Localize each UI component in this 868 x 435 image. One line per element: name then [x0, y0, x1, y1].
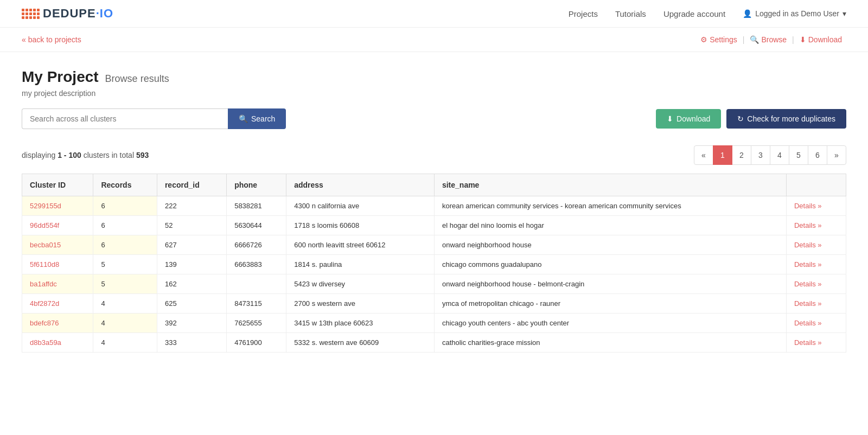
cluster-id-link[interactable]: 5299155d	[30, 202, 61, 210]
td-phone: 6666726	[227, 235, 286, 255]
td-record-id: 627	[157, 235, 226, 255]
search-input[interactable]	[22, 108, 228, 129]
table-header: Cluster ID Records record_id phone addre…	[22, 174, 846, 196]
td-site-name: chicago youth centers - abc youth center	[434, 314, 786, 333]
table-row: ba1affdc 5 162 5423 w diversey onward ne…	[22, 274, 846, 294]
pagination-page-3[interactable]: 3	[751, 145, 770, 165]
td-records: 5	[93, 255, 157, 274]
sub-nav-actions: ⚙ Settings | 🔍 Browse | ⬇ Download	[696, 35, 846, 44]
td-address: 1814 s. paulina	[286, 255, 435, 274]
project-description: my project description	[22, 89, 846, 98]
td-cluster-id: d8b3a59a	[22, 333, 93, 353]
details-link[interactable]: Details »	[794, 202, 822, 210]
pagination-page-4[interactable]: 4	[770, 145, 789, 165]
pagination-page-6[interactable]: 6	[808, 145, 827, 165]
td-cluster-id: bdefc876	[22, 314, 93, 333]
td-phone: 4761900	[227, 333, 286, 353]
th-address: address	[286, 174, 435, 196]
browse-link[interactable]: 🔍 Browse	[745, 35, 791, 44]
page-subtitle: Browse results	[105, 73, 169, 85]
table-row: 5299155d 6 222 5838281 4300 n california…	[22, 196, 846, 216]
nav-tutorials[interactable]: Tutorials	[615, 9, 646, 18]
details-link[interactable]: Details »	[794, 241, 822, 249]
td-details: Details »	[786, 274, 846, 294]
th-record-id: record_id	[157, 174, 226, 196]
table-row: 5f6110d8 5 139 6663883 1814 s. paulina c…	[22, 255, 846, 274]
cluster-id-link[interactable]: ba1affdc	[30, 280, 57, 288]
cluster-id-link[interactable]: becba015	[30, 241, 61, 249]
sep-2: |	[791, 35, 795, 44]
td-site-name: catholic charities-grace mission	[434, 333, 786, 353]
table-body: 5299155d 6 222 5838281 4300 n california…	[22, 196, 846, 353]
cluster-id-link[interactable]: bdefc876	[30, 319, 59, 327]
details-link[interactable]: Details »	[794, 299, 822, 308]
nav-user[interactable]: 👤 Logged in as Demo User ▾	[743, 9, 846, 18]
logo-icon	[22, 9, 40, 19]
td-address: 5423 w diversey	[286, 274, 435, 294]
user-icon: 👤	[743, 9, 752, 18]
td-record-id: 392	[157, 314, 226, 333]
td-records: 6	[93, 216, 157, 235]
page-title-row: My Project Browse results	[22, 68, 846, 86]
nav-projects[interactable]: Projects	[569, 9, 598, 18]
action-buttons: ⬇ Download ↻ Check for more duplicates	[656, 109, 846, 129]
td-site-name: onward neighborhood house - belmont-crag…	[434, 274, 786, 294]
table-row: becba015 6 627 6666726 600 north leavitt…	[22, 235, 846, 255]
settings-link[interactable]: ⚙ Settings	[696, 35, 742, 44]
td-records: 4	[93, 294, 157, 314]
pagination-page-5[interactable]: 5	[789, 145, 808, 165]
td-details: Details »	[786, 216, 846, 235]
td-cluster-id: 5299155d	[22, 196, 93, 216]
td-details: Details »	[786, 333, 846, 353]
details-link[interactable]: Details »	[794, 280, 822, 288]
download-button[interactable]: ⬇ Download	[656, 109, 721, 129]
download-link[interactable]: ⬇ Download	[795, 35, 846, 44]
td-records: 6	[93, 235, 157, 255]
user-caret: ▾	[843, 9, 846, 18]
td-address: 3415 w 13th place 60623	[286, 314, 435, 333]
td-records: 5	[93, 274, 157, 294]
nav-upgrade[interactable]: Upgrade account	[663, 9, 725, 18]
td-details: Details »	[786, 235, 846, 255]
display-row: displaying 1 - 100 clusters in total 593…	[22, 145, 846, 165]
page-title: My Project	[22, 68, 99, 86]
details-link[interactable]: Details »	[794, 338, 822, 347]
pagination-prev[interactable]: «	[694, 145, 713, 165]
td-record-id: 139	[157, 255, 226, 274]
pagination-next[interactable]: »	[827, 145, 846, 165]
check-duplicates-button[interactable]: ↻ Check for more duplicates	[726, 109, 846, 129]
details-link[interactable]: Details »	[794, 319, 822, 327]
cluster-id-link[interactable]: d8b3a59a	[30, 338, 61, 347]
td-details: Details »	[786, 314, 846, 333]
user-label: Logged in as Demo User	[755, 9, 839, 18]
details-link[interactable]: Details »	[794, 221, 822, 229]
cluster-id-link[interactable]: 96dd554f	[30, 221, 59, 229]
th-phone: phone	[227, 174, 286, 196]
th-site-name: site_name	[434, 174, 786, 196]
display-pre: displaying	[22, 151, 58, 159]
cluster-id-link[interactable]: 5f6110d8	[30, 260, 59, 268]
td-phone: 7625655	[227, 314, 286, 333]
back-link[interactable]: « back to projects	[22, 35, 81, 44]
search-action-row: 🔍 Search ⬇ Download ↻ Check for more dup…	[22, 108, 846, 129]
td-site-name: ymca of metropolitan chicago - rauner	[434, 294, 786, 314]
details-link[interactable]: Details »	[794, 260, 822, 268]
td-details: Details »	[786, 294, 846, 314]
top-nav: DEDUPE·IO Projects Tutorials Upgrade acc…	[0, 0, 868, 28]
cluster-id-link[interactable]: 4bf2872d	[30, 299, 59, 308]
pagination-page-1[interactable]: 1	[713, 145, 732, 165]
table-header-row: Cluster ID Records record_id phone addre…	[22, 174, 846, 196]
td-records: 4	[93, 333, 157, 353]
logo: DEDUPE·IO	[22, 7, 113, 21]
td-site-name: onward neighborhood house	[434, 235, 786, 255]
table-row: 4bf2872d 4 625 8473115 2700 s western av…	[22, 294, 846, 314]
display-mid: clusters in total	[81, 151, 136, 159]
td-phone: 5630644	[227, 216, 286, 235]
td-cluster-id: 5f6110d8	[22, 255, 93, 274]
search-button[interactable]: 🔍 Search	[228, 108, 286, 129]
pagination-page-2[interactable]: 2	[732, 145, 751, 165]
search-group: 🔍 Search	[22, 108, 286, 129]
display-text: displaying 1 - 100 clusters in total 593	[22, 151, 149, 159]
td-cluster-id: ba1affdc	[22, 274, 93, 294]
table-row: d8b3a59a 4 333 4761900 5332 s. western a…	[22, 333, 846, 353]
